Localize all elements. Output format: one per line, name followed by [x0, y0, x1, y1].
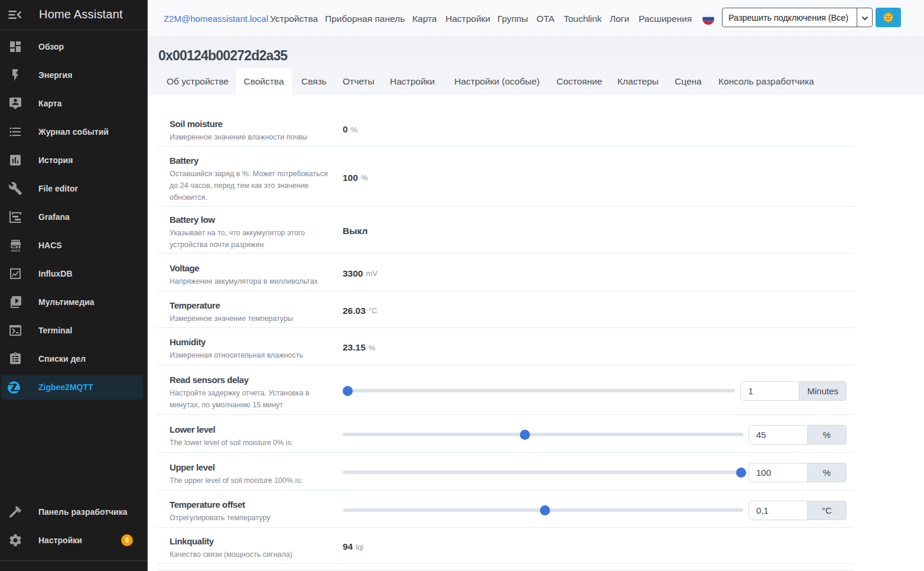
svg-text:HACS: HACS — [11, 249, 21, 252]
